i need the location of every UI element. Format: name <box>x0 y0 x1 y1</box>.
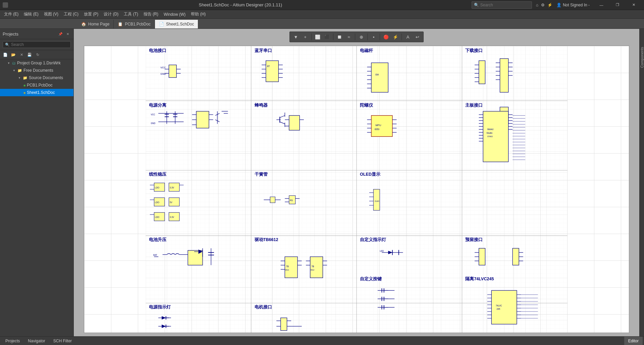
selection-tool[interactable]: ⬛ <box>323 33 331 41</box>
svg-text:GND: GND <box>151 122 155 124</box>
minimize-button[interactable]: — <box>594 0 609 10</box>
svg-text:下载接口: 下载接口 <box>465 48 483 53</box>
restore-button[interactable]: ❐ <box>610 0 625 10</box>
zoom-fit-tool[interactable]: 🔲 <box>335 33 343 41</box>
tree-project-group[interactable]: ▼ 🗂 Project Group 1.DsnWrk <box>0 59 73 67</box>
home-icon[interactable]: ⌂ <box>536 3 538 7</box>
titlebar: Sheet1.SchDoc - Altium Designer (20.1.11… <box>0 0 644 10</box>
svg-text:蓝牙串口: 蓝牙串口 <box>255 48 272 53</box>
menu-edit[interactable]: 编辑 (E) <box>21 10 41 19</box>
svg-rect-29 <box>371 63 388 92</box>
svg-text:电池接口: 电池接口 <box>149 48 166 53</box>
svg-text:BT: BT <box>267 65 270 67</box>
titlebar-search[interactable]: 🔍 <box>472 1 532 9</box>
tree-source-documents[interactable]: ▼ 📁 Source Documents <box>0 74 73 81</box>
menu-project[interactable]: 工程 (C) <box>61 10 81 19</box>
sidebar-close-button[interactable]: ✕ <box>65 31 71 37</box>
cross-probe-tool[interactable]: ⊕ <box>357 33 365 41</box>
filter-tool[interactable]: ▼ <box>292 33 300 41</box>
test-tool[interactable]: ⚡ <box>391 33 399 41</box>
window-controls: — ❐ ✕ <box>594 0 641 10</box>
svg-text:自定义按键: 自定义按键 <box>360 276 382 281</box>
sidebar-search-icon: 🔍 <box>5 43 10 47</box>
free-docs-label: Free Documents <box>23 68 53 73</box>
source-docs-icon: 📁 <box>23 76 28 80</box>
sidebar-search-input[interactable] <box>11 42 68 47</box>
profile-icon[interactable]: ⚡ <box>547 3 552 7</box>
menu-place[interactable]: 放置 (P) <box>81 10 101 19</box>
svg-rect-89 <box>371 115 392 136</box>
svg-rect-78 <box>289 115 300 130</box>
tab-pcb[interactable]: 📋 PCB1.PcbDoc <box>114 20 155 28</box>
titlebar-right: 🔍 ⌂ ⚙ ⚡ 👤 Not Signed In - — ❐ ✕ <box>472 0 641 10</box>
user-area[interactable]: 👤 Not Signed In - <box>556 3 590 7</box>
arrow-project-group[interactable]: ▼ <box>7 62 11 65</box>
sidebar: Projects 📌 ✕ 🔍 📄 📂 ✕ 💾 ↻ ▼ <box>0 29 74 336</box>
svg-rect-38 <box>479 61 485 84</box>
svg-text:LDO: LDO <box>155 216 159 218</box>
menu-reports[interactable]: 报告 (R) <box>141 10 161 19</box>
svg-text:驱动TB6612: 驱动TB6612 <box>254 237 278 242</box>
search-input[interactable] <box>480 3 524 7</box>
svg-text:TB: TB <box>286 265 289 268</box>
new-project-button[interactable]: 📄 <box>2 51 9 58</box>
arrow-free-docs[interactable]: ▼ <box>13 69 16 72</box>
svg-text:5V: 5V <box>170 201 172 204</box>
sidebar-pin-button[interactable]: 📌 <box>57 31 63 37</box>
undo-tool[interactable]: ↩ <box>413 33 421 41</box>
menu-view[interactable]: 视图 (V) <box>41 10 61 19</box>
sidebar-search-wrap: 🔍 <box>3 41 71 48</box>
svg-text:电池升压: 电池升压 <box>149 237 166 242</box>
tab-homepage-icon: 🏠 <box>81 22 86 26</box>
menu-file[interactable]: 文件 (E) <box>1 10 21 19</box>
schematic-toolbar: ▼ + ⬜ ⬛ 🔲 ≈ ⊕ ▪ 🔴 ⚡ A ↩ <box>289 32 424 42</box>
tree-sch-doc[interactable]: ■ Sheet1.SchDoc <box>0 89 73 96</box>
svg-text:LDO: LDO <box>155 201 159 204</box>
svg-text:蜂鸣器: 蜂鸣器 <box>255 103 268 108</box>
arrow-source-docs[interactable]: ▼ <box>18 76 21 79</box>
add-tool[interactable]: + <box>301 33 309 41</box>
close-project-button[interactable]: ✕ <box>18 51 25 58</box>
tree-pcb-doc[interactable]: ■ PCB1.PcbDoc <box>0 81 73 89</box>
source-docs-label: Source Documents <box>29 75 63 80</box>
tab-pcb-icon: 📋 <box>118 22 123 26</box>
editor-tab[interactable]: Editor <box>624 337 643 345</box>
svg-text:预留接口: 预留接口 <box>465 237 483 242</box>
svg-text:245: 245 <box>496 308 500 310</box>
text-tool[interactable]: A <box>404 33 412 41</box>
refresh-button[interactable]: ↻ <box>34 51 41 58</box>
svg-text:6612: 6612 <box>311 269 314 271</box>
settings-icon[interactable]: ⚙ <box>541 3 545 7</box>
svg-text:OLED: OLED <box>375 200 379 202</box>
sidebar-header: Projects 📌 ✕ <box>0 29 73 39</box>
canvas-area[interactable]: ▼ + ⬜ ⬛ 🔲 ≈ ⊕ ▪ 🔴 ⚡ A ↩ <box>74 29 639 336</box>
tab-sheet[interactable]: 📄 Sheet1.SchDoc <box>155 20 198 28</box>
open-button[interactable]: 📂 <box>10 51 17 58</box>
bottom-tab-navigator[interactable]: Navigator <box>24 337 49 345</box>
save-button[interactable]: 💾 <box>26 51 33 58</box>
close-button[interactable]: ✕ <box>626 0 641 10</box>
tab-homepage[interactable]: 🏠 Home Page <box>77 20 114 28</box>
bottom-tab-sch-filter[interactable]: SCH Filter <box>49 337 76 345</box>
svg-rect-206 <box>479 248 485 265</box>
svg-rect-210 <box>513 248 519 265</box>
sidebar-title: Projects <box>3 32 18 37</box>
svg-rect-249 <box>281 318 287 331</box>
menu-help[interactable]: 帮助 (H) <box>188 10 208 19</box>
drc-tool[interactable]: 🔴 <box>382 33 390 41</box>
sep-2 <box>333 34 333 40</box>
components-label[interactable]: Components <box>640 46 644 69</box>
svg-text:电源分离: 电源分离 <box>149 103 166 108</box>
sep-4 <box>367 34 368 40</box>
svg-text:3.3V: 3.3V <box>170 216 174 218</box>
svg-text:OLED显示: OLED显示 <box>360 172 381 177</box>
rect-tool[interactable]: ⬜ <box>314 33 322 41</box>
route-tool[interactable]: ≈ <box>345 33 353 41</box>
highlight-tool[interactable]: ▪ <box>370 33 378 41</box>
tree-free-documents[interactable]: ▼ 📁 Free Documents <box>0 67 73 74</box>
menu-window[interactable]: Window (W) <box>161 10 188 19</box>
bottom-tab-projects[interactable]: Projects <box>1 337 24 345</box>
menu-design[interactable]: 设计 (D) <box>101 10 121 19</box>
svg-rect-101 <box>483 111 508 162</box>
menu-tools[interactable]: 工具 (T) <box>121 10 141 19</box>
